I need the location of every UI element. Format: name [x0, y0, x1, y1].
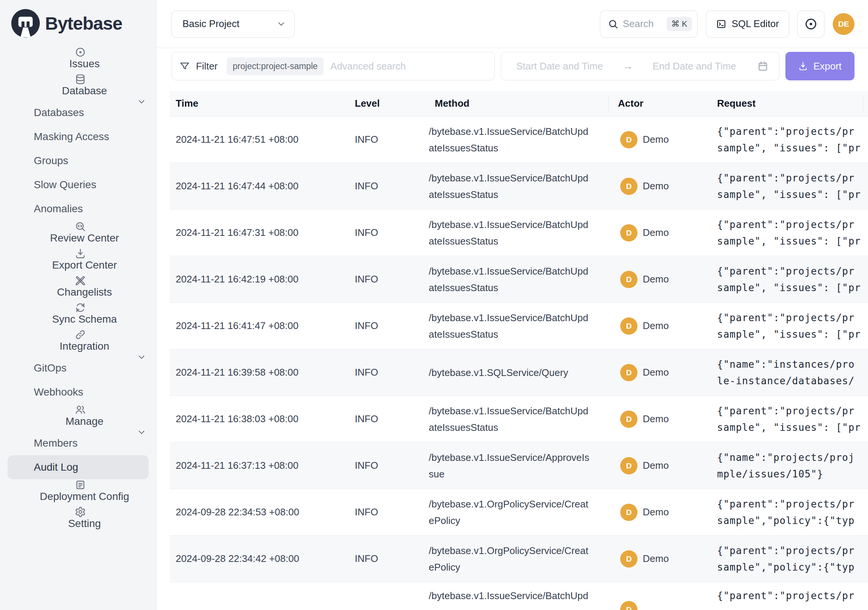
column-divider[interactable]	[863, 96, 863, 111]
audit-log-table: Time Level Method Actor Request 2024-11-…	[170, 91, 868, 610]
filter-chip[interactable]: project:project-sample	[227, 57, 324, 75]
issues-icon	[75, 47, 86, 58]
actor-avatar: D	[620, 457, 637, 474]
table-row[interactable]: 2024-11-21 16:37:13 +08:00INFO/bytebase.…	[170, 442, 868, 489]
actor-avatar: D	[620, 178, 637, 195]
request-cell: {"name":"instances/prole-instance/databa…	[716, 356, 868, 389]
level-cell: INFO	[349, 320, 429, 332]
database-icon	[75, 74, 86, 85]
level-cell: INFO	[349, 180, 429, 192]
actor-cell: DDemo	[608, 550, 716, 568]
time-cell: 2024-11-21 16:38:03 +08:00	[170, 413, 349, 425]
sql-editor-button[interactable]: SQL Editor	[706, 11, 789, 37]
sidebar-item-manage[interactable]: Manage	[0, 404, 156, 431]
time-cell: 2024-11-21 16:47:31 +08:00	[170, 227, 349, 239]
table-body: 2024-11-21 16:47:51 +08:00INFO/bytebase.…	[170, 116, 868, 610]
sidebar-item-label: Integration	[60, 340, 109, 352]
project-selector[interactable]: Basic Project	[172, 11, 295, 37]
sidebar-item-label: Issues	[70, 58, 100, 70]
actor-name: Demo	[643, 320, 669, 332]
sidebar-item-label: Database	[62, 85, 107, 97]
sidebar-item-audit-log[interactable]: Audit Log	[8, 455, 149, 479]
table-row[interactable]: 2024-11-21 16:47:51 +08:00INFO/bytebase.…	[170, 116, 868, 163]
sidebar-item-sync-schema[interactable]: Sync Schema	[0, 302, 156, 329]
actor-avatar: D	[620, 131, 637, 148]
sidebar-item-label: Deployment Config	[40, 490, 129, 503]
level-cell: INFO	[349, 134, 429, 145]
sidebar-item-label: Setting	[68, 518, 101, 529]
date-range-picker[interactable]: Start Date and Time → End Date and Time	[501, 52, 780, 81]
sidebar-item-integration[interactable]: Integration	[0, 329, 156, 356]
sidebar-item-setting[interactable]: Setting	[0, 506, 156, 533]
method-cell: /bytebase.v1.IssueService/ApproveIssue	[429, 449, 608, 482]
table-row[interactable]: 2024-11-21 16:47:44 +08:00INFO/bytebase.…	[170, 163, 868, 210]
user-avatar[interactable]: DE	[833, 13, 854, 35]
brand-logo[interactable]: Bytebase	[0, 0, 156, 47]
chevron-down-icon	[136, 352, 146, 362]
sidebar-item-webhooks[interactable]: Webhooks	[0, 380, 156, 404]
sidebar-item-label: Databases	[34, 107, 84, 119]
actor-name: Demo	[643, 273, 669, 285]
table-row[interactable]: 2024-11-21 16:42:19 +08:00INFO/bytebase.…	[170, 256, 868, 303]
actor-cell: DDemo	[608, 411, 716, 428]
column-header-time: Time	[170, 98, 349, 109]
sidebar-item-changelists[interactable]: Changelists	[0, 275, 156, 302]
search-icon	[608, 19, 618, 29]
sidebar-item-label: Review Center	[50, 232, 119, 244]
setting-icon	[75, 506, 86, 518]
actor-name: Demo	[643, 180, 669, 192]
sidebar-item-review-center[interactable]: Review Center	[0, 221, 156, 248]
chevron-down-icon	[136, 97, 146, 107]
sidebar-item-anomalies[interactable]: Anomalies	[0, 197, 156, 221]
sidebar-item-gitops[interactable]: GitOps	[0, 356, 156, 380]
sidebar-item-label: Slow Queries	[34, 179, 96, 191]
actor-avatar: D	[620, 411, 637, 428]
manage-icon	[75, 404, 86, 416]
table-row[interactable]: 2024-11-21 16:47:31 +08:00INFO/bytebase.…	[170, 210, 868, 256]
terminal-square-icon	[716, 19, 727, 29]
search-button[interactable]: Search ⌘ K	[600, 11, 698, 37]
sidebar-item-issues[interactable]: Issues	[0, 47, 156, 74]
request-cell: {"parent":"projects/pr	[716, 582, 868, 604]
actor-name: Demo	[643, 553, 669, 565]
column-header-method: Method	[429, 98, 608, 109]
subscription-button[interactable]	[797, 11, 825, 37]
method-cell: /bytebase.v1.OrgPolicyService/CreatePoli…	[429, 496, 608, 529]
integration-icon	[75, 329, 86, 340]
deployment-config-icon	[75, 479, 86, 490]
actor-avatar: D	[620, 364, 637, 381]
method-cell: /bytebase.v1.IssueService/BatchUpdateIss…	[429, 309, 608, 343]
sidebar-item-masking-access[interactable]: Masking Access	[0, 125, 156, 149]
request-cell: {"parent":"projects/prsample", "issues":…	[716, 123, 868, 156]
search-shortcut-kbd: ⌘ K	[667, 17, 692, 31]
table-row[interactable]: /bytebase.v1.IssueService/BatchUpdD{"par…	[170, 582, 868, 610]
actor-cell: DDemo	[608, 504, 716, 521]
export-button[interactable]: Export	[786, 52, 854, 81]
sidebar-item-members[interactable]: Members	[0, 431, 156, 455]
time-cell: 2024-11-21 16:47:51 +08:00	[170, 134, 349, 145]
table-row[interactable]: 2024-11-21 16:41:47 +08:00INFO/bytebase.…	[170, 303, 868, 349]
table-row[interactable]: 2024-09-28 22:34:42 +08:00INFO/bytebase.…	[170, 535, 868, 582]
sidebar-item-export-center[interactable]: Export Center	[0, 248, 156, 275]
time-cell: 2024-11-21 16:39:58 +08:00	[170, 366, 349, 378]
sidebar-item-slow-queries[interactable]: Slow Queries	[0, 173, 156, 197]
sidebar-item-label: Sync Schema	[52, 313, 117, 325]
actor-cell: DDemo	[608, 457, 716, 474]
sidebar-nav: IssuesDatabaseDatabasesMasking AccessGro…	[0, 47, 156, 533]
table-row[interactable]: 2024-09-28 22:34:53 +08:00INFO/bytebase.…	[170, 489, 868, 535]
sidebar-item-databases[interactable]: Databases	[0, 101, 156, 125]
sidebar-item-groups[interactable]: Groups	[0, 149, 156, 173]
column-divider[interactable]	[608, 96, 609, 111]
sidebar-item-label: Members	[34, 437, 78, 449]
table-row[interactable]: 2024-11-21 16:38:03 +08:00INFO/bytebase.…	[170, 396, 868, 442]
calendar-icon	[757, 61, 769, 72]
project-selector-value: Basic Project	[183, 18, 240, 29]
level-cell: INFO	[349, 273, 429, 285]
filter-label: Filter	[196, 61, 218, 72]
table-row[interactable]: 2024-11-21 16:39:58 +08:00INFO/bytebase.…	[170, 349, 868, 396]
topbar-actions: Search ⌘ K SQL Editor DE	[600, 11, 854, 37]
sidebar-item-database[interactable]: Database	[0, 74, 156, 101]
advanced-search-input[interactable]: Filter project:project-sample Advanced s…	[172, 52, 495, 81]
sidebar-item-deployment-config[interactable]: Deployment Config	[0, 479, 156, 506]
app-window: Bytebase IssuesDatabaseDatabasesMasking …	[0, 0, 868, 610]
